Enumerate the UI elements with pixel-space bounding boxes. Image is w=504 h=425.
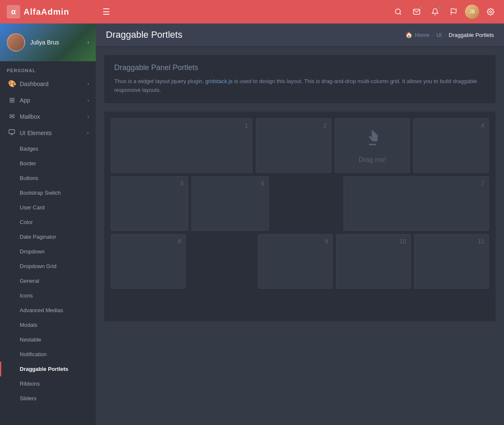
- ui-elements-icon: [8, 129, 16, 137]
- sidebar-item-dashboard[interactable]: 🎨 Dashboard ›: [0, 76, 96, 92]
- dashboard-arrow: ›: [87, 81, 89, 86]
- topnav: α AlfaAdmin ☰ JB: [0, 0, 504, 23]
- home-icon: 🏠: [405, 31, 412, 38]
- cell-7-label: 7: [481, 180, 484, 187]
- sidebar-item-notification[interactable]: Notification: [0, 347, 96, 362]
- portlet-cell-6[interactable]: 6: [192, 176, 269, 231]
- portlet-cell-5[interactable]: 5: [111, 176, 188, 231]
- svg-line-1: [399, 13, 401, 14]
- user-name: Juliya Brus: [30, 39, 59, 46]
- breadcrumb: 🏠 Home › UI › Draggable Portlets: [405, 31, 494, 38]
- page-title: Draggable Portlets: [106, 29, 182, 40]
- portlet-cell-11[interactable]: 11: [414, 234, 489, 289]
- sidebar-item-badges[interactable]: Badges: [0, 141, 96, 156]
- sidebar-item-mailbox[interactable]: ✉ Mailbox ›: [0, 108, 96, 125]
- settings-icon[interactable]: [482, 3, 499, 20]
- sidebar-label-dropdown: Dropdown: [20, 248, 45, 255]
- portlet-cell-4[interactable]: 4: [413, 118, 489, 173]
- sidebar-item-icons[interactable]: Icons: [0, 288, 96, 303]
- dashboard-icon: 🎨: [8, 80, 16, 88]
- content-body: Draggable Panel Portlets Thus is a widge…: [96, 47, 504, 425]
- brand: α AlfaAdmin: [0, 5, 96, 18]
- sidebar-item-advanced-medias[interactable]: Advanced Medias: [0, 303, 96, 318]
- mail-badge: [419, 6, 423, 9]
- bell-icon[interactable]: [427, 3, 444, 20]
- sidebar-item-nestable[interactable]: Nestable: [0, 332, 96, 347]
- sidebar-item-date-paginator[interactable]: Date Paginator: [0, 229, 96, 244]
- breadcrumb-section[interactable]: UI: [436, 32, 442, 38]
- cell-9-label: 9: [325, 238, 328, 245]
- sidebar-item-modals[interactable]: Modals: [0, 318, 96, 332]
- topnav-actions: JB: [390, 3, 504, 20]
- breadcrumb-sep-2: ›: [444, 32, 446, 38]
- sidebar-label-ui-elements: UI Elements: [20, 130, 52, 136]
- cell-2-label: 2: [323, 122, 327, 129]
- cell-5-label: 5: [180, 180, 184, 187]
- drag-hand-icon: [362, 127, 383, 154]
- portlet-grid-container: 1 2: [104, 112, 496, 321]
- svg-rect-4: [9, 130, 14, 133]
- cell-4-label: 4: [481, 122, 484, 129]
- portlet-cell-9[interactable]: 9: [258, 234, 333, 289]
- sidebar-item-draggable-portlets[interactable]: Draggable Portlets: [0, 362, 96, 376]
- sidebar-label-app: App: [20, 97, 30, 104]
- sidebar-section-personal: PERSONAL: [0, 61, 96, 76]
- sidebar-label-draggable-portlets: Draggable Portlets: [20, 366, 68, 372]
- breadcrumb-current: Draggable Portlets: [449, 32, 494, 38]
- sidebar-item-app[interactable]: ⊞ App ›: [0, 92, 96, 108]
- user-avatar-nav[interactable]: JB: [464, 3, 480, 20]
- app-icon: ⊞: [8, 96, 16, 104]
- portlet-cell-7[interactable]: 7: [344, 176, 489, 231]
- app-arrow: ›: [87, 98, 89, 103]
- search-icon[interactable]: [390, 3, 407, 20]
- sidebar-label-modals: Modals: [20, 322, 37, 328]
- sidebar-item-ui-elements[interactable]: UI Elements ›: [0, 125, 96, 141]
- portlet-grid: 1 2: [111, 118, 489, 289]
- sidebar-label-user-card: User Card: [20, 204, 45, 211]
- sidebar-label-sliders: Sliders: [20, 395, 37, 402]
- portlet-cell-8[interactable]: 8: [111, 234, 186, 289]
- portlet-cell-3[interactable]: Drag me!: [335, 118, 410, 173]
- breadcrumb-sep-1: ›: [432, 32, 434, 38]
- info-panel: Draggable Panel Portlets Thus is a widge…: [104, 55, 496, 103]
- sidebar-item-user-card[interactable]: User Card: [0, 200, 96, 215]
- sidebar-label-advanced-medias: Advanced Medias: [20, 307, 63, 313]
- sidebar-item-dropdown-grid[interactable]: Dropdown Grid: [0, 259, 96, 274]
- sidebar-label-nestable: Nestable: [20, 336, 41, 343]
- sidebar-item-color[interactable]: Color: [0, 215, 96, 229]
- user-panel[interactable]: Juliya Brus ›: [0, 23, 96, 61]
- sidebar-item-bootstrap-switch[interactable]: Bootstrap Switch: [0, 185, 96, 200]
- main-layout: Juliya Brus › PERSONAL 🎨 Dashboard › ⊞ A…: [0, 23, 504, 425]
- sidebar-item-buttons[interactable]: Buttons: [0, 171, 96, 185]
- panel-title: Draggable Panel Portlets: [114, 63, 486, 72]
- avatar: [7, 33, 25, 52]
- sidebar-toggle[interactable]: ☰: [96, 7, 117, 17]
- cell-10-label: 10: [399, 238, 406, 245]
- sidebar-label-buttons: Buttons: [20, 175, 38, 181]
- svg-point-3: [490, 11, 492, 13]
- sidebar-label-mailbox: Mailbox: [20, 113, 40, 120]
- mailbox-icon: ✉: [8, 112, 16, 120]
- sidebar-label-bootstrap-switch: Bootstrap Switch: [20, 190, 61, 196]
- mail-icon[interactable]: [408, 3, 425, 20]
- portlet-cell-1[interactable]: 1: [111, 118, 252, 173]
- flag-icon[interactable]: [445, 3, 462, 20]
- sidebar-item-border[interactable]: Border: [0, 156, 96, 171]
- sidebar-submenu-ui: Badges Border Buttons Bootstrap Switch U…: [0, 141, 96, 406]
- sidebar-item-ribbons[interactable]: Ribbons: [0, 376, 96, 391]
- sidebar-label-general: General: [20, 278, 39, 284]
- sidebar-item-sliders[interactable]: Sliders: [0, 391, 96, 406]
- breadcrumb-home[interactable]: Home: [415, 32, 430, 38]
- bell-badge: [438, 6, 441, 9]
- content-area: Draggable Portlets 🏠 Home › UI › Draggab…: [96, 23, 504, 425]
- gridstack-link[interactable]: gridstack.js: [205, 78, 233, 84]
- portlet-row-2: 5 6 7: [111, 176, 489, 231]
- sidebar-label-dashboard: Dashboard: [20, 81, 49, 87]
- sidebar-item-general[interactable]: General: [0, 274, 96, 288]
- brand-name: AlfaAdmin: [24, 7, 69, 17]
- panel-description: Thus is a widget layout jquery plugin. g…: [114, 77, 486, 95]
- cell-8-label: 8: [178, 238, 181, 245]
- portlet-cell-10[interactable]: 10: [336, 234, 411, 289]
- sidebar-item-dropdown[interactable]: Dropdown: [0, 244, 96, 259]
- portlet-cell-2[interactable]: 2: [256, 118, 331, 173]
